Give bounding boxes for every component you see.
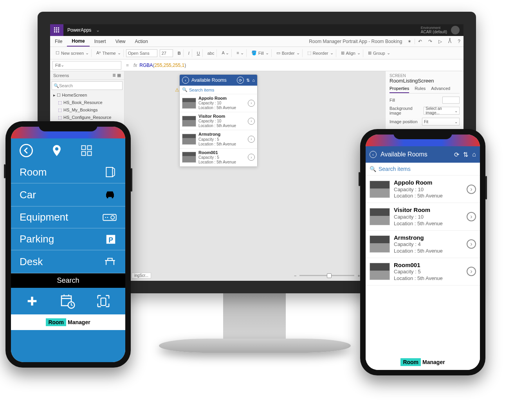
- home-icon[interactable]: ⌂: [252, 78, 255, 83]
- tree-root[interactable]: ▸ ☐ HomeScreen: [50, 92, 124, 99]
- text-align-button[interactable]: ≡ ⌄: [234, 49, 246, 57]
- tree-item[interactable]: ⬚HS_My_Bookings: [50, 106, 124, 114]
- search-button[interactable]: Search: [11, 273, 125, 288]
- zoom-out-button[interactable]: −: [294, 273, 296, 278]
- room-item[interactable]: Appolo RoomCapacity : 10Location : 5th A…: [180, 94, 257, 112]
- tree-search[interactable]: 🔍 Search: [52, 81, 123, 90]
- breadcrumb-tag[interactable]: ingScr...: [132, 273, 151, 278]
- tree-item[interactable]: ⬚HS_Configure_Resource: [50, 114, 124, 121]
- chevron-right-icon[interactable]: ›: [467, 185, 476, 194]
- undo-icon[interactable]: ↶: [415, 39, 425, 44]
- formula-args: 255,255,255,1: [154, 63, 184, 68]
- refresh-icon[interactable]: ⟳: [454, 151, 459, 158]
- underline-button[interactable]: U: [195, 49, 203, 57]
- reorder-button[interactable]: ⬚ Reorder ⌄: [305, 49, 336, 57]
- chevron-right-icon[interactable]: ›: [248, 154, 255, 161]
- theme-label: Theme: [102, 51, 115, 56]
- app-checker-icon[interactable]: ✶: [404, 39, 415, 44]
- app-preview[interactable]: ⚠ ‹ Available Rooms ⟳ ⇅ ⌂ 🔍 Search items…: [179, 74, 258, 167]
- zoom-in-button[interactable]: +: [357, 273, 360, 278]
- redo-icon[interactable]: ↷: [425, 39, 435, 44]
- menu-action[interactable]: Action: [130, 36, 153, 47]
- room-location: Location : 5th Avenue: [394, 193, 463, 199]
- room-item[interactable]: ArmstrongCapacity : 5Location : 5th Aven…: [180, 130, 257, 148]
- fill-color-chip[interactable]: [442, 97, 460, 104]
- tab-rules[interactable]: Rules: [415, 86, 426, 93]
- chevron-right-icon[interactable]: ›: [248, 100, 255, 107]
- chevron-right-icon[interactable]: ›: [248, 136, 255, 143]
- room-item[interactable]: Appolo RoomCapacity : 10Location : 5th A…: [366, 176, 480, 203]
- room-item[interactable]: Room001Capacity : 5Location : 5th Avenue…: [180, 149, 257, 167]
- menu-file[interactable]: File: [50, 36, 67, 47]
- theme-button[interactable]: Aᵃ Theme ⌄: [94, 49, 124, 57]
- align-button[interactable]: ⊞ Align ⌄: [339, 49, 363, 57]
- chevron-right-icon[interactable]: ›: [467, 267, 476, 276]
- plus-icon[interactable]: [25, 294, 39, 308]
- room-item[interactable]: Visitor RoomCapacity : 10Location : 5th …: [366, 203, 480, 230]
- sort-icon[interactable]: ⇅: [463, 151, 468, 158]
- calendar-clock-icon[interactable]: [60, 293, 75, 309]
- imgpos-select[interactable]: Fit⌄: [422, 118, 460, 126]
- chevron-right-icon[interactable]: ›: [248, 118, 255, 125]
- warning-icon[interactable]: ⚠: [175, 87, 179, 93]
- border-button[interactable]: ▭ Border ⌄: [274, 49, 303, 57]
- user-avatar[interactable]: [451, 26, 460, 34]
- room-item[interactable]: Room001Capacity : 5Location : 5th Avenue…: [366, 258, 480, 285]
- chevron-right-icon[interactable]: ›: [467, 239, 476, 249]
- location-pin-icon[interactable]: [50, 144, 63, 157]
- refresh-icon[interactable]: ⟳: [237, 77, 244, 84]
- menu-insert[interactable]: Insert: [90, 36, 111, 47]
- bgimg-select[interactable]: Select an image...⌄: [424, 107, 460, 115]
- tab-properties[interactable]: Properties: [390, 86, 409, 93]
- room-item[interactable]: ArmstrongCapacity : 4Location : 5th Aven…: [366, 231, 480, 258]
- chevron-right-icon[interactable]: ›: [467, 212, 476, 221]
- environment-picker[interactable]: Environment ACAR (default): [417, 26, 451, 34]
- scan-phone-icon[interactable]: [96, 294, 111, 309]
- menu-view[interactable]: View: [111, 36, 130, 47]
- parking-icon: P: [105, 233, 117, 245]
- sort-icon[interactable]: ⇅: [246, 78, 250, 83]
- svg-rect-13: [88, 152, 92, 156]
- italic-button[interactable]: I: [186, 49, 192, 57]
- grid-icon[interactable]: [81, 145, 92, 156]
- view-toggle-icon[interactable]: ≣ ▦: [112, 73, 121, 78]
- back-icon[interactable]: [20, 144, 33, 157]
- room-capacity: Capacity : 5: [394, 269, 463, 275]
- category-car[interactable]: Car: [11, 183, 125, 206]
- category-parking[interactable]: ParkingP: [11, 228, 125, 250]
- font-size[interactable]: [160, 49, 173, 57]
- strike-button[interactable]: abc: [205, 49, 217, 57]
- fx-icon[interactable]: fx: [131, 63, 139, 68]
- room-location: Location : 5th Avenue: [198, 160, 245, 165]
- caret-down-icon[interactable]: ⌄: [96, 27, 100, 33]
- room-name: Visitor Room: [198, 114, 245, 119]
- room-search[interactable]: 🔍 Search items: [366, 163, 480, 176]
- waffle-icon[interactable]: [50, 24, 63, 36]
- room-name: Room001: [198, 150, 245, 155]
- room-item[interactable]: Visitor RoomCapacity : 10Location : 5th …: [180, 112, 257, 130]
- zoom-slider[interactable]: [299, 275, 354, 276]
- room-name: Visitor Room: [394, 206, 463, 214]
- font-color-button[interactable]: A ⌄: [219, 49, 232, 57]
- back-icon[interactable]: ‹: [182, 77, 189, 84]
- fill-button[interactable]: 🪣 Fill ⌄: [249, 49, 272, 57]
- menu-home[interactable]: Home: [67, 36, 89, 47]
- home-icon[interactable]: ⌂: [472, 151, 476, 158]
- back-icon[interactable]: ‹: [370, 151, 377, 158]
- design-canvas[interactable]: ⚠ ‹ Available Rooms ⟳ ⇅ ⌂ 🔍 Search items…: [124, 71, 385, 281]
- play-icon[interactable]: ▷: [435, 39, 445, 44]
- new-screen-button[interactable]: ☐ New screen ⌄: [53, 49, 92, 57]
- property-select[interactable]: Fill⌄: [52, 61, 121, 70]
- category-desk[interactable]: Desk: [11, 250, 125, 273]
- font-select[interactable]: [126, 49, 157, 57]
- category-room[interactable]: Room: [11, 161, 125, 183]
- formula-input[interactable]: RGBA(255,255,255,1): [139, 63, 186, 68]
- tab-advanced[interactable]: Advanced: [431, 86, 450, 93]
- tree-item[interactable]: ⬚HS_Book_Resource: [50, 99, 124, 106]
- group-button[interactable]: ⊞ Group ⌄: [366, 49, 393, 57]
- share-icon[interactable]: ᐰ: [445, 39, 454, 44]
- preview-search[interactable]: 🔍 Search items: [180, 86, 257, 94]
- bold-button[interactable]: B: [175, 49, 184, 57]
- help-icon[interactable]: ?: [454, 39, 463, 44]
- category-equipment[interactable]: Equipment: [11, 206, 125, 228]
